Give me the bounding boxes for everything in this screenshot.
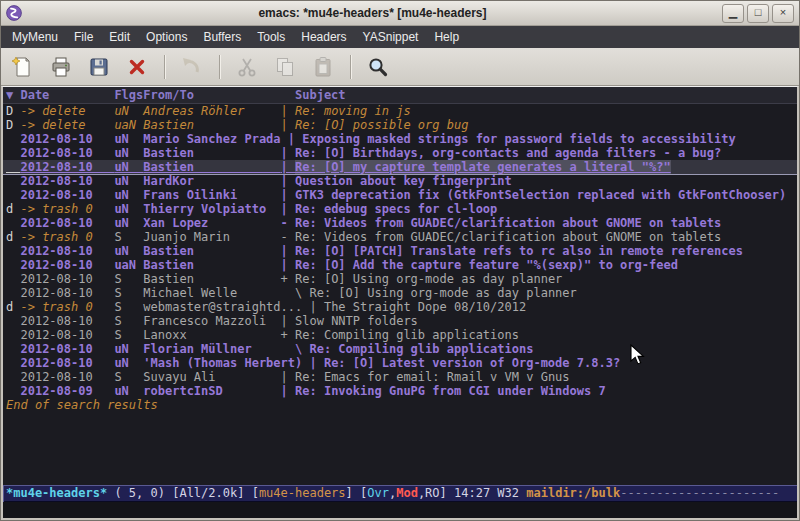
msg-date: 2012-08-10: [20, 174, 114, 188]
msg-subject: Re: Invoking GnuPG from CGI under Window…: [295, 384, 606, 398]
menu-mymenu[interactable]: MyMenu: [4, 27, 66, 47]
message-row[interactable]: 2012-08-10 S Suvayu Ali | Re: Emacs for …: [3, 370, 797, 384]
menubar: MyMenuFileEditOptionsBuffersToolsHeaders…: [1, 26, 799, 48]
msg-flags: uN: [114, 104, 143, 118]
message-row[interactable]: 2012-08-10 uN Mario Sanchez Prada | Expo…: [3, 132, 797, 146]
msg-date: 2012-08-10: [20, 160, 114, 174]
message-row[interactable]: 2012-08-10 S Michael Welle \ Re: [O] Usi…: [3, 286, 797, 300]
header-col-flags[interactable]: Flgs: [114, 88, 143, 102]
msg-subject: Re: edebug specs for cl-loop: [295, 202, 497, 216]
message-row[interactable]: 2012-08-10 uN Bastien | Re: [O] [PATCH] …: [3, 244, 797, 258]
new-file-icon[interactable]: [9, 53, 37, 81]
menu-buffers[interactable]: Buffers: [195, 27, 249, 47]
menu-file[interactable]: File: [66, 27, 101, 47]
copy-icon: [271, 53, 299, 81]
minibuffer[interactable]: [3, 502, 797, 518]
menu-edit[interactable]: Edit: [101, 27, 138, 47]
modeline-buffer: *mu4e-headers*: [6, 486, 107, 500]
msg-flags: S: [114, 230, 143, 244]
msg-date: 2012-08-10: [20, 146, 114, 160]
message-row[interactable]: 2012-08-10 uN Xan Lopez - Re: Videos fro…: [3, 216, 797, 230]
modeline: *mu4e-headers* ( 5, 0) [All/2.0k] [mu4e-…: [3, 485, 797, 502]
save-icon[interactable]: [85, 53, 113, 81]
menu-options[interactable]: Options: [138, 27, 195, 47]
message-row[interactable]: 2012-08-10 uN HardKor | Question about k…: [3, 174, 797, 188]
msg-flags: uN: [114, 202, 143, 216]
msg-flags: uN: [114, 174, 143, 188]
msg-from: Xan Lopez: [143, 216, 280, 230]
msg-mark: [6, 174, 20, 188]
msg-subject: Exposing masked strings for password fie…: [302, 132, 735, 146]
msg-date: 2012-08-10: [20, 342, 114, 356]
msg-from: Bastien: [143, 118, 280, 132]
header-col-date[interactable]: ▼ Date: [6, 88, 114, 102]
msg-flags: S: [114, 286, 143, 300]
message-row[interactable]: D -> delete uN Andreas Röhler | Re: movi…: [3, 104, 797, 118]
msg-from: robertcInSD: [143, 384, 280, 398]
msg-mark: [6, 146, 20, 160]
message-row[interactable]: D -> delete uaN Bastien | Re: [O] possib…: [3, 118, 797, 132]
close-button[interactable]: ×: [772, 4, 794, 23]
menu-tools[interactable]: Tools: [249, 27, 293, 47]
message-row[interactable]: 2012-08-10 uN Frans Oilinki | GTK3 depre…: [3, 188, 797, 202]
msg-from: Juanjo Marin: [143, 230, 280, 244]
msg-thread: |: [281, 188, 295, 202]
menu-headers[interactable]: Headers: [293, 27, 354, 47]
modeline-red: Mod: [396, 486, 418, 500]
msg-date: 2012-08-10: [20, 244, 114, 258]
msg-flags: uN: [114, 132, 143, 146]
msg-mark: [6, 132, 20, 146]
msg-date: -> trash 0: [20, 300, 114, 314]
message-row[interactable]: 2012-08-10 uaN Bastien | Re: [O] Add the…: [3, 258, 797, 272]
msg-mark: [6, 216, 20, 230]
msg-date: 2012-08-10: [20, 216, 114, 230]
msg-date: -> delete: [20, 118, 114, 132]
msg-subject: Question about key fingerprint: [295, 174, 512, 188]
msg-flags: uN: [114, 244, 143, 258]
msg-thread: +: [281, 328, 295, 342]
msg-subject: Slow NNTP folders: [295, 314, 418, 328]
maximize-button[interactable]: □: [747, 4, 769, 23]
msg-from: Suvayu Ali: [143, 370, 280, 384]
msg-from: Bastien: [143, 272, 280, 286]
message-row[interactable]: 2012-08-10 S Lanoxx + Re: Compiling glib…: [3, 328, 797, 342]
message-row[interactable]: 2012-08-10 uN Bastien | Re: [O] Birthday…: [3, 146, 797, 160]
minimize-button[interactable]: ▁: [722, 4, 744, 23]
window-controls: ▁□×: [719, 4, 794, 23]
message-row[interactable]: d -> trash 0 uN Thierry Volpiatto | Re: …: [3, 202, 797, 216]
msg-date: -> trash 0: [20, 230, 114, 244]
message-row[interactable]: 2012-08-09 uN robertcInSD | Re: Invoking…: [3, 384, 797, 398]
undo-icon: [178, 53, 206, 81]
msg-thread: |: [281, 244, 295, 258]
search-icon[interactable]: [364, 53, 392, 81]
message-row[interactable]: 2012-08-10 uN Bastien | Re: [O] my captu…: [3, 160, 797, 174]
msg-from: Andreas Röhler: [143, 104, 280, 118]
close-icon[interactable]: [123, 53, 151, 81]
message-row[interactable]: 2012-08-10 S Francesco Mazzoli | Slow NN…: [3, 314, 797, 328]
msg-flags: uN: [114, 146, 143, 160]
titlebar[interactable]: emacs: *mu4e-headers* [mu4e-headers] ▁□×: [1, 1, 799, 26]
msg-subject: Re: [O] my capture template generates a …: [295, 160, 671, 174]
msg-thread: |: [281, 118, 295, 132]
msg-date: 2012-08-10: [20, 356, 114, 370]
message-row[interactable]: 2012-08-10 uN 'Mash (Thomas Herbert) | R…: [3, 356, 797, 370]
header-col-from[interactable]: From/To: [143, 88, 295, 102]
msg-mark: [6, 384, 20, 398]
msg-mark: d: [6, 300, 20, 314]
message-row[interactable]: 2012-08-10 S Bastien + Re: [O] Using org…: [3, 272, 797, 286]
msg-subject: Re: Compiling glib applications: [295, 328, 519, 342]
menu-help[interactable]: Help: [426, 27, 467, 47]
message-row[interactable]: d -> trash 0 S webmaster@straightd... | …: [3, 300, 797, 314]
msg-from: HardKor: [143, 174, 280, 188]
msg-subject: Re: moving in js: [295, 104, 411, 118]
msg-mark: D: [6, 118, 20, 132]
msg-subject: Re: [O] Add the capture feature "%(sexp)…: [295, 258, 678, 272]
print-icon[interactable]: [47, 53, 75, 81]
message-row[interactable]: d -> trash 0 S Juanjo Marin - Re: Videos…: [3, 230, 797, 244]
header-col-subject[interactable]: Subject: [295, 88, 346, 102]
menu-yasnippet[interactable]: YASnippet: [355, 27, 427, 47]
msg-from: Bastien: [143, 258, 280, 272]
modeline-orange: mu4e-headers: [259, 486, 346, 500]
message-row[interactable]: 2012-08-10 uN Florian Müllner \ Re: Comp…: [3, 342, 797, 356]
msg-from: 'Mash (Thomas Herbert): [143, 356, 309, 370]
